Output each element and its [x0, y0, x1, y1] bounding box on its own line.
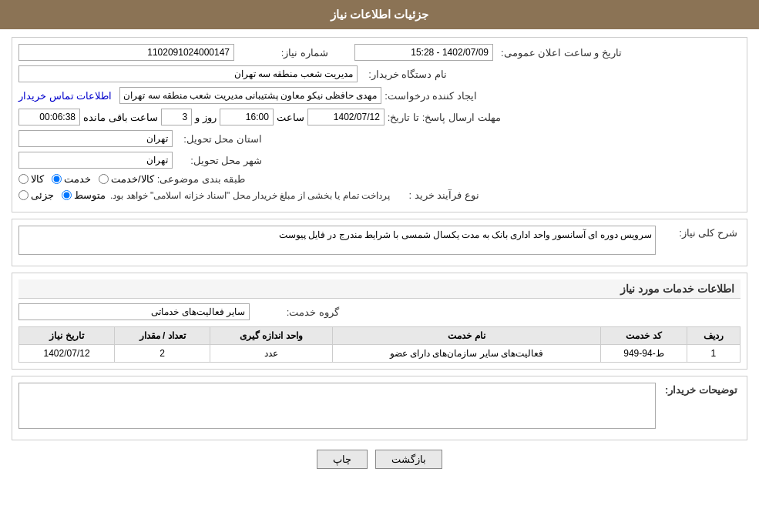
contact-info-link[interactable]: اطلاعات تماس خریدار	[18, 90, 112, 102]
page-title: جزئیات اطلاعات نیاز	[0, 0, 759, 29]
org-name-label: نام دستگاه خریدار:	[358, 69, 450, 80]
purchase-jozii-label: جزئی	[31, 189, 54, 201]
services-table: ردیف کد خدمت نام خدمت واحد اندازه گیری ت…	[18, 326, 741, 363]
col-code: کد خدمت	[601, 327, 687, 345]
category-kala-khedmat-label: کالا/خدمت	[111, 173, 154, 185]
cell-name: فعالیت‌های سایر سازمان‌های دارای عضو	[332, 345, 600, 363]
deadline-label: مهلت ارسال پاسخ: تا تاریخ:	[385, 112, 504, 123]
city-label: شهر محل تحویل:	[173, 155, 265, 166]
category-kala-label: کالا	[31, 173, 44, 185]
deadline-remaining-input[interactable]	[18, 109, 80, 125]
purchase-motavaset-radio[interactable]	[62, 190, 72, 200]
deadline-time-input[interactable]	[220, 109, 274, 125]
col-name: نام خدمت	[332, 327, 600, 345]
purchase-type-label: نوع فرآیند خرید :	[390, 189, 482, 201]
province-input[interactable]	[18, 130, 173, 147]
category-kala-khedmat-radio[interactable]	[99, 174, 109, 184]
creator-input[interactable]	[119, 87, 381, 104]
col-unit: واحد اندازه گیری	[210, 327, 333, 345]
action-buttons: بازگشت چاپ	[12, 450, 747, 469]
back-button[interactable]: بازگشت	[375, 450, 442, 469]
org-name-input[interactable]	[18, 65, 358, 82]
buyer-desc-label: توضیحات خریدار:	[656, 383, 741, 396]
cell-unit: عدد	[210, 345, 333, 363]
cell-row: 1	[687, 345, 740, 363]
deadline-date-input[interactable]	[307, 109, 385, 125]
cell-date: 1402/07/12	[19, 345, 115, 363]
creator-label: ایجاد کننده درخواست:	[381, 90, 480, 102]
services-section-title: اطلاعات خدمات مورد نیاز	[18, 279, 741, 299]
deadline-days-label: روز و	[192, 112, 220, 123]
category-khedmat-radio[interactable]	[52, 174, 62, 184]
col-row: ردیف	[687, 327, 740, 345]
purchase-type-note: پرداخت تمام یا بخشی از مبلغ خریدار محل "…	[110, 190, 390, 201]
purchase-motavaset-label: متوسط	[74, 189, 106, 201]
description-label: شرح کلی نیاز:	[656, 226, 741, 239]
table-row: 1 ط-94-949 فعالیت‌های سایر سازمان‌های دا…	[19, 345, 741, 363]
category-label: طبقه بندی موضوعی:	[154, 173, 249, 185]
buyer-desc-textarea[interactable]	[18, 383, 656, 429]
cell-code: ط-94-949	[601, 345, 687, 363]
deadline-days-input[interactable]	[161, 109, 192, 125]
category-kala-radio[interactable]	[18, 174, 29, 184]
province-label: استان محل تحویل:	[173, 133, 265, 145]
col-date: تاریخ نیاز	[19, 327, 115, 345]
cell-quantity: 2	[115, 345, 210, 363]
purchase-jozii-radio[interactable]	[18, 190, 29, 200]
announcement-date-label: تاریخ و ساعت اعلان عمومی:	[498, 47, 625, 59]
deadline-remaining-label: ساعت باقی مانده	[80, 112, 161, 123]
deadline-time-label: ساعت	[274, 112, 307, 123]
need-number-label: شماره نیاز:	[239, 47, 331, 59]
print-button[interactable]: چاپ	[317, 450, 368, 469]
category-khedmat-label: خدمت	[64, 173, 91, 185]
col-quantity: تعداد / مقدار	[115, 327, 210, 345]
description-textarea[interactable]: سرویس دوره ای آسانسور واحد اداری بانک به…	[18, 226, 656, 255]
service-group-label: گروه خدمت:	[250, 306, 342, 318]
city-input[interactable]	[18, 152, 173, 169]
need-number-input[interactable]	[18, 44, 234, 61]
service-group-input[interactable]	[18, 303, 250, 320]
announcement-date-input[interactable]	[354, 44, 493, 61]
category-radio-group: کالا/خدمت خدمت کالا	[18, 173, 154, 185]
